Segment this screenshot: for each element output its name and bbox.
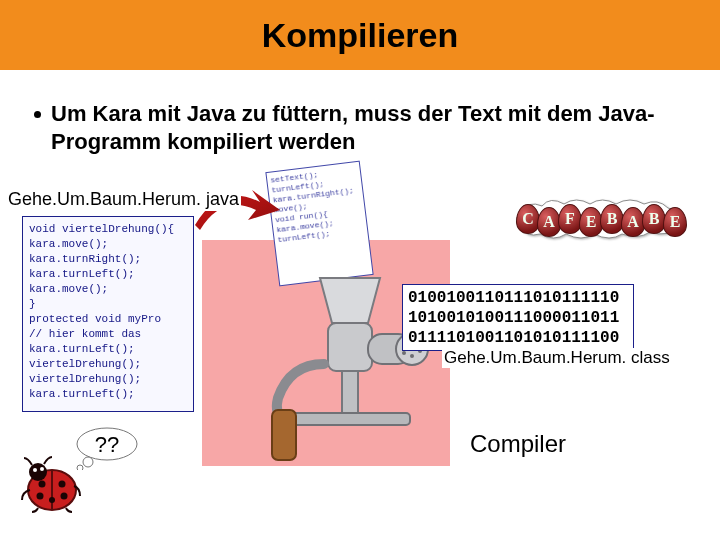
cafebabe-beans: CAFEBABE (510, 198, 690, 240)
svg-point-7 (402, 351, 406, 355)
svg-rect-10 (272, 410, 296, 460)
svg-point-13 (77, 465, 83, 470)
code-line: protected void myPro (29, 312, 187, 327)
bullet-dot (34, 111, 41, 118)
svg-point-20 (49, 497, 55, 503)
code-line: // hier kommt das (29, 327, 187, 342)
binary-line: 0111101001101010111100 (408, 328, 628, 348)
binary-line: 0100100110111010111110 (408, 288, 628, 308)
svg-rect-0 (328, 323, 372, 371)
svg-point-19 (61, 493, 68, 500)
code-line: void viertelDrehung(){ (29, 222, 187, 237)
cafebabe-bean: E (663, 207, 687, 237)
svg-point-6 (410, 354, 414, 358)
svg-point-17 (59, 481, 66, 488)
code-line: viertelDrehung(); (29, 357, 187, 372)
svg-rect-9 (290, 413, 410, 425)
source-filename-label: Gehe.Um.Baum.Herum. java (6, 188, 241, 211)
svg-point-22 (33, 468, 37, 472)
diagram-stage: Gehe.Um.Baum.Herum. java void viertelDre… (0, 180, 720, 540)
svg-point-18 (37, 493, 44, 500)
code-line: kara.move(); (29, 237, 187, 252)
slide-title: Kompilieren (262, 16, 458, 55)
compiler-label: Compiler (470, 430, 566, 458)
cafebabe-bean: B (600, 204, 624, 234)
svg-point-16 (39, 481, 46, 488)
code-line: } (29, 297, 187, 312)
code-line: viertelDrehung(); (29, 372, 187, 387)
binary-line: 1010010100111000011011 (408, 308, 628, 328)
binary-output-box: 0100100110111010111110101001010011100001… (402, 284, 634, 351)
svg-point-23 (40, 467, 44, 471)
thought-bubble: ?? (72, 426, 142, 470)
title-bar: Kompilieren (0, 0, 720, 70)
cafebabe-bean: C (516, 204, 540, 234)
code-line: kara.turnLeft(); (29, 342, 187, 357)
source-code-box: void viertelDrehung(){ kara.move(); kara… (22, 216, 194, 412)
cafebabe-bean: F (558, 204, 582, 234)
code-line: kara.turnLeft(); (29, 387, 187, 402)
thought-text: ?? (95, 432, 119, 458)
bullet-text: Um Kara mit Java zu füttern, muss der Te… (51, 100, 690, 155)
svg-point-21 (29, 463, 47, 481)
code-line: kara.turnLeft(); (29, 267, 187, 282)
class-filename-label: Gehe.Um.Baum.Herum. class (442, 348, 672, 368)
bullet-block: Um Kara mit Java zu füttern, muss der Te… (0, 70, 720, 165)
cafebabe-bean: B (642, 204, 666, 234)
svg-point-12 (83, 457, 93, 467)
code-line: kara.turnRight(); (29, 252, 187, 267)
bullet-item: Um Kara mit Java zu füttern, muss der Te… (34, 100, 690, 155)
svg-rect-8 (342, 371, 358, 417)
code-line: kara.move(); (29, 282, 187, 297)
